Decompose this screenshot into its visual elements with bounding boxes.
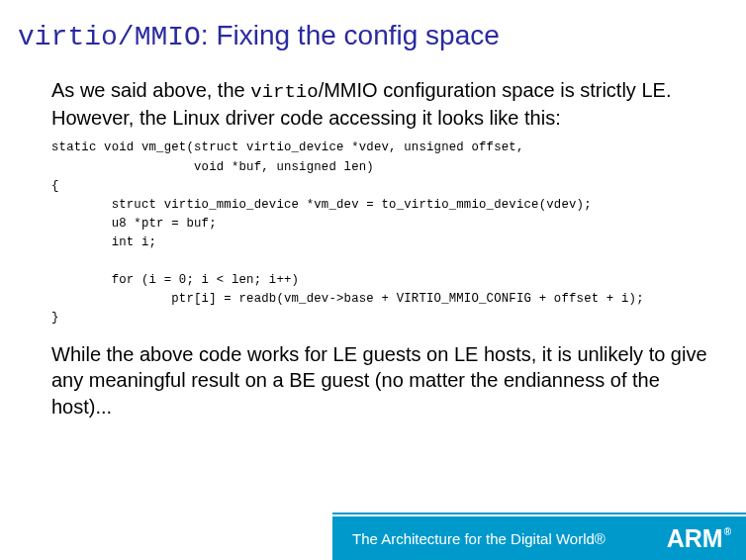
title-rest: : Fixing the config space	[201, 20, 500, 50]
slide-title: virtio/MMIO: Fixing the config space	[18, 20, 500, 52]
title-code-2: /MMIO	[118, 22, 201, 52]
slide-body: As we said above, the virtio/MMIO config…	[51, 77, 714, 420]
code-listing: static void vm_get(struct virtio_device …	[51, 139, 714, 327]
title-code-1: virtio	[18, 22, 118, 52]
p1-text-1: As we said above, the	[51, 79, 250, 101]
footer: The Architecture for the Digital World® …	[0, 516, 746, 560]
p1-tt-1: virtio	[250, 81, 318, 103]
paragraph-1: As we said above, the virtio/MMIO config…	[51, 77, 714, 131]
arm-logo-text: ARM	[667, 524, 723, 552]
arm-logo: ARM®	[667, 524, 730, 553]
paragraph-2: While the above code works for LE guests…	[51, 341, 714, 420]
footer-tagline: The Architecture for the Digital World®	[352, 530, 667, 547]
footer-bar: The Architecture for the Digital World® …	[332, 516, 746, 560]
arm-logo-reg: ®	[724, 526, 731, 537]
slide: virtio/MMIO: Fixing the config space As …	[0, 0, 746, 560]
